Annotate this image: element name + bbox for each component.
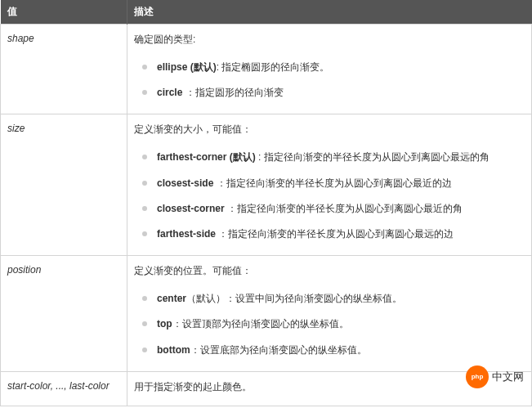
list-item: closest-corner ：指定径向渐变的半径长度为从圆心到离圆心最近的角 xyxy=(142,196,525,222)
option-term: ellipse (默认) xyxy=(157,61,217,73)
list-item: center（默认）：设置中间为径向渐变圆心的纵坐标值。 xyxy=(142,286,525,312)
list-item: top：设置顶部为径向渐变圆心的纵坐标值。 xyxy=(142,312,525,337)
option-list: center（默认）：设置中间为径向渐变圆心的纵坐标值。 top：设置顶部为径向… xyxy=(142,286,525,363)
option-term: farthest-side xyxy=(157,228,216,240)
option-term: bottom xyxy=(157,344,190,356)
option-explain: ：指定径向渐变的半径长度为从圆心到离圆心最近的边 xyxy=(213,177,451,189)
table-row: shape 确定圆的类型: ellipse (默认): 指定椭圆形的径向渐变。 … xyxy=(1,25,532,114)
list-item: closest-side ：指定径向渐变的半径长度为从圆心到离圆心最近的边 xyxy=(142,171,525,196)
table-row: position 定义渐变的位置。可能值： center（默认）：设置中间为径向… xyxy=(1,256,532,372)
option-explain: ：指定径向渐变的半径长度为从圆心到离圆心最远的边 xyxy=(216,228,454,240)
option-term: top xyxy=(157,318,172,330)
option-term: closest-corner xyxy=(157,203,225,214)
list-item: farthest-corner (默认) : 指定径向渐变的半径长度为从圆心到离… xyxy=(142,145,525,170)
value-cell: shape xyxy=(1,25,127,114)
logo-text: 中文网 xyxy=(492,370,524,384)
option-explain: ：设置顶部为径向渐变圆心的纵坐标值。 xyxy=(172,318,349,330)
list-item: circle ：指定圆形的径向渐变 xyxy=(142,80,525,105)
column-header-value: 值 xyxy=(1,0,127,25)
value-cell: position xyxy=(1,256,127,372)
table-header: 值 描述 xyxy=(1,0,532,25)
option-term: center xyxy=(157,293,186,304)
option-explain: ：设置底部为径向渐变圆心的纵坐标值。 xyxy=(190,344,367,356)
column-header-desc: 描述 xyxy=(127,0,532,25)
option-term: farthest-corner (默认) xyxy=(157,151,256,163)
option-explain: ：指定径向渐变的半径长度为从圆心到离圆心最近的角 xyxy=(225,203,463,214)
list-item: bottom：设置底部为径向渐变圆心的纵坐标值。 xyxy=(142,338,525,363)
option-explain: （默认）：设置中间为径向渐变圆心的纵坐标值。 xyxy=(186,293,402,304)
site-logo: php 中文网 xyxy=(466,365,524,388)
option-explain: : 指定椭圆形的径向渐变。 xyxy=(217,61,330,73)
description-intro: 确定圆的类型: xyxy=(134,33,525,47)
option-term: circle xyxy=(157,87,182,98)
option-term: closest-side xyxy=(157,177,213,189)
list-item: farthest-side ：指定径向渐变的半径长度为从圆心到离圆心最远的边 xyxy=(142,222,525,247)
description-cell: 定义渐变的大小，可能值： farthest-corner (默认) : 指定径向… xyxy=(127,114,532,256)
option-list: farthest-corner (默认) : 指定径向渐变的半径长度为从圆心到离… xyxy=(142,145,525,247)
value-cell: start-color, ..., last-color xyxy=(1,371,127,406)
description-intro: 定义渐变的大小，可能值： xyxy=(134,123,525,137)
php-icon: php xyxy=(466,365,489,388)
option-explain: ：指定圆形的径向渐变 xyxy=(182,87,283,98)
description-cell: 确定圆的类型: ellipse (默认): 指定椭圆形的径向渐变。 circle… xyxy=(127,25,532,114)
table-row: size 定义渐变的大小，可能值： farthest-corner (默认) :… xyxy=(1,114,532,256)
option-list: ellipse (默认): 指定椭圆形的径向渐变。 circle ：指定圆形的径… xyxy=(142,55,525,105)
table-row: start-color, ..., last-color 用于指定渐变的起止颜色… xyxy=(1,371,532,406)
value-cell: size xyxy=(1,114,127,256)
option-explain: : 指定径向渐变的半径长度为从圆心到离圆心最远的角 xyxy=(256,151,490,163)
description-cell: 定义渐变的位置。可能值： center（默认）：设置中间为径向渐变圆心的纵坐标值… xyxy=(127,256,532,372)
list-item: ellipse (默认): 指定椭圆形的径向渐变。 xyxy=(142,55,525,80)
description-intro: 定义渐变的位置。可能值： xyxy=(134,264,525,278)
properties-table: 值 描述 shape 确定圆的类型: ellipse (默认): 指定椭圆形的径… xyxy=(0,0,532,406)
